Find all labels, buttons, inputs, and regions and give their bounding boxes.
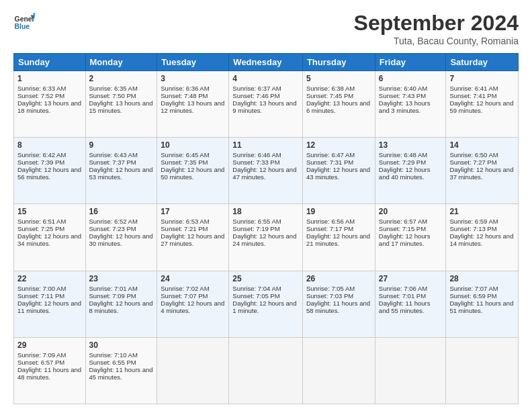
sunrise-label: Sunrise: 6:38 AM <box>306 85 355 92</box>
daylight-label: Daylight: 12 hours and 21 minutes. <box>306 232 370 247</box>
sunset-label: Sunset: 7:25 PM <box>17 225 64 232</box>
sunrise-label: Sunrise: 7:01 AM <box>89 285 138 292</box>
sunset-label: Sunset: 7:09 PM <box>89 292 136 300</box>
daylight-label: Daylight: 13 hours and 18 minutes. <box>17 99 81 114</box>
day-cell: 16 Sunrise: 6:52 AM Sunset: 7:23 PM Dayl… <box>85 204 157 271</box>
day-number: 3 <box>161 74 225 83</box>
sunset-label: Sunset: 7:21 PM <box>161 225 208 232</box>
sunrise-label: Sunrise: 6:52 AM <box>89 218 138 225</box>
sunrise-label: Sunrise: 6:50 AM <box>449 151 498 158</box>
day-number: 1 <box>17 74 82 83</box>
day-number: 19 <box>306 207 371 216</box>
sunset-label: Sunset: 7:01 PM <box>379 292 426 300</box>
day-number: 11 <box>232 140 299 150</box>
day-cell <box>375 337 446 404</box>
sunset-label: Sunset: 7:46 PM <box>232 92 279 99</box>
day-cell: 7 Sunrise: 6:41 AM Sunset: 7:41 PM Dayli… <box>446 71 519 138</box>
sunset-label: Sunset: 7:03 PM <box>306 292 353 300</box>
day-cell: 23 Sunrise: 7:01 AM Sunset: 7:09 PM Dayl… <box>85 271 157 337</box>
day-number: 26 <box>306 274 371 283</box>
sunset-label: Sunset: 7:45 PM <box>306 92 353 99</box>
day-number: 13 <box>379 140 443 150</box>
day-cell <box>302 337 375 404</box>
title-block: September 2024 Tuta, Bacau County, Roman… <box>354 11 519 46</box>
daylight-label: Daylight: 11 hours and 58 minutes. <box>306 300 370 314</box>
daylight-label: Daylight: 11 hours and 51 minutes. <box>449 300 513 314</box>
sunset-label: Sunset: 7:29 PM <box>379 158 426 166</box>
day-cell: 4 Sunrise: 6:37 AM Sunset: 7:46 PM Dayli… <box>229 71 303 138</box>
sunset-label: Sunset: 7:13 PM <box>449 225 496 232</box>
day-cell <box>446 337 519 404</box>
daylight-label: Daylight: 12 hours and 27 minutes. <box>161 232 224 247</box>
day-cell: 12 Sunrise: 6:47 AM Sunset: 7:31 PM Dayl… <box>302 138 375 204</box>
day-cell: 6 Sunrise: 6:40 AM Sunset: 7:43 PM Dayli… <box>375 71 446 138</box>
sunrise-label: Sunrise: 7:02 AM <box>161 285 209 292</box>
day-cell <box>229 337 303 404</box>
day-cell: 27 Sunrise: 7:06 AM Sunset: 7:01 PM Dayl… <box>375 271 446 337</box>
day-number: 24 <box>161 274 225 283</box>
daylight-label: Daylight: 12 hours and 30 minutes. <box>89 232 153 247</box>
day-number: 17 <box>161 207 225 216</box>
sunrise-label: Sunrise: 6:57 AM <box>379 218 427 225</box>
sunset-label: Sunset: 7:23 PM <box>89 225 136 232</box>
column-header-wednesday: Wednesday <box>229 54 303 71</box>
sunset-label: Sunset: 7:05 PM <box>232 292 279 300</box>
day-cell <box>157 337 229 404</box>
day-number: 27 <box>379 274 443 283</box>
day-cell: 22 Sunrise: 7:00 AM Sunset: 7:11 PM Dayl… <box>14 271 86 337</box>
day-cell: 11 Sunrise: 6:46 AM Sunset: 7:33 PM Dayl… <box>229 138 303 204</box>
daylight-label: Daylight: 12 hours and 47 minutes. <box>232 166 296 181</box>
sunrise-label: Sunrise: 6:45 AM <box>161 151 209 158</box>
sunrise-label: Sunrise: 7:07 AM <box>449 285 498 292</box>
sunrise-label: Sunrise: 6:42 AM <box>17 151 66 158</box>
day-cell: 14 Sunrise: 6:50 AM Sunset: 7:27 PM Dayl… <box>446 138 519 204</box>
daylight-label: Daylight: 12 hours and 11 minutes. <box>17 300 81 314</box>
sunset-label: Sunset: 7:48 PM <box>161 92 208 99</box>
sunset-label: Sunset: 7:37 PM <box>89 158 136 166</box>
day-cell: 24 Sunrise: 7:02 AM Sunset: 7:07 PM Dayl… <box>157 271 229 337</box>
column-header-thursday: Thursday <box>302 54 375 71</box>
sunrise-label: Sunrise: 6:48 AM <box>379 151 427 158</box>
day-number: 30 <box>89 340 154 350</box>
sunrise-label: Sunrise: 6:59 AM <box>449 218 498 225</box>
day-number: 25 <box>232 274 299 283</box>
sunset-label: Sunset: 7:27 PM <box>449 158 496 166</box>
sunset-label: Sunset: 7:15 PM <box>379 225 426 232</box>
logo-icon: General Blue <box>13 11 35 32</box>
sunset-label: Sunset: 6:55 PM <box>89 359 136 366</box>
sunrise-label: Sunrise: 7:05 AM <box>306 285 355 292</box>
day-cell: 18 Sunrise: 6:55 AM Sunset: 7:19 PM Dayl… <box>229 204 303 271</box>
daylight-label: Daylight: 12 hours and 37 minutes. <box>449 166 513 181</box>
sunrise-label: Sunrise: 6:41 AM <box>449 85 498 92</box>
column-header-tuesday: Tuesday <box>157 54 229 71</box>
sunset-label: Sunset: 7:19 PM <box>232 225 279 232</box>
month-title: September 2024 <box>354 11 519 36</box>
column-header-friday: Friday <box>375 54 446 71</box>
sunrise-label: Sunrise: 6:35 AM <box>89 85 138 92</box>
calendar-body: 1 Sunrise: 6:33 AM Sunset: 7:52 PM Dayli… <box>14 71 519 404</box>
day-cell: 17 Sunrise: 6:53 AM Sunset: 7:21 PM Dayl… <box>157 204 229 271</box>
sunrise-label: Sunrise: 6:51 AM <box>17 218 66 225</box>
week-row-3: 15 Sunrise: 6:51 AM Sunset: 7:25 PM Dayl… <box>14 204 519 271</box>
column-header-sunday: Sunday <box>14 54 86 71</box>
daylight-label: Daylight: 12 hours and 56 minutes. <box>17 166 81 181</box>
day-number: 8 <box>17 140 82 150</box>
daylight-label: Daylight: 11 hours and 45 minutes. <box>89 366 153 381</box>
daylight-label: Daylight: 12 hours and 53 minutes. <box>89 166 153 181</box>
day-number: 29 <box>17 340 82 350</box>
daylight-label: Daylight: 13 hours and 3 minutes. <box>379 99 431 114</box>
day-number: 6 <box>379 74 443 83</box>
sunset-label: Sunset: 7:39 PM <box>17 158 64 166</box>
day-number: 23 <box>89 274 154 283</box>
column-header-monday: Monday <box>85 54 157 71</box>
day-cell: 25 Sunrise: 7:04 AM Sunset: 7:05 PM Dayl… <box>229 271 303 337</box>
day-cell: 10 Sunrise: 6:45 AM Sunset: 7:35 PM Dayl… <box>157 138 229 204</box>
day-number: 10 <box>161 140 225 150</box>
day-cell: 13 Sunrise: 6:48 AM Sunset: 7:29 PM Dayl… <box>375 138 446 204</box>
sunrise-label: Sunrise: 6:47 AM <box>306 151 355 158</box>
day-number: 5 <box>306 74 371 83</box>
sunset-label: Sunset: 6:59 PM <box>449 292 496 300</box>
day-number: 12 <box>306 140 371 150</box>
daylight-label: Daylight: 11 hours and 55 minutes. <box>379 300 431 314</box>
week-row-2: 8 Sunrise: 6:42 AM Sunset: 7:39 PM Dayli… <box>14 138 519 204</box>
